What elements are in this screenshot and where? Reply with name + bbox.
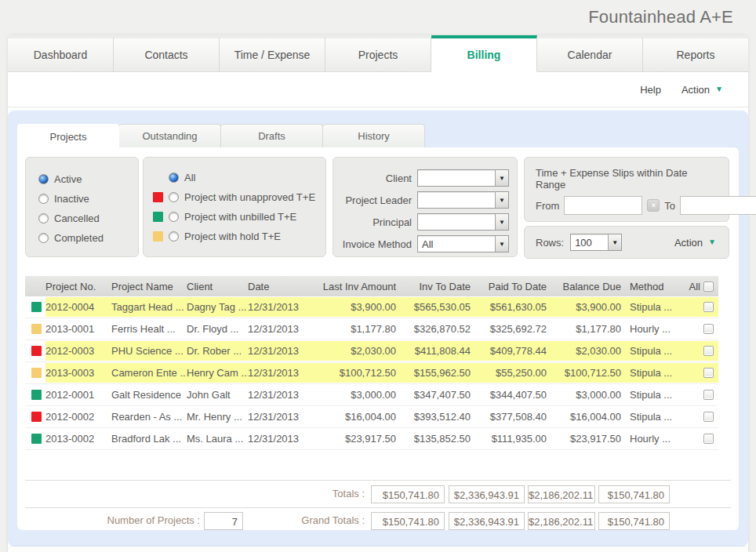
select-all-checkbox[interactable] (703, 281, 714, 292)
cell-project-name: Cameron Ente ... (111, 367, 187, 379)
col-paid-to-date[interactable]: Paid To Date (471, 281, 547, 292)
radio-all[interactable] (169, 172, 179, 183)
row-checkbox[interactable] (703, 324, 714, 334)
row-checkbox[interactable] (703, 412, 714, 422)
subtab-drafts[interactable]: Drafts (221, 124, 323, 147)
cell-client: Dr. Floyd ... (187, 323, 248, 335)
grand-totals-last-inv: $150,741.80 (371, 512, 445, 530)
cell-client: Dagny Tag ... (187, 301, 248, 313)
action-dropdown-icon: ▼ (715, 85, 723, 93)
chevron-down-icon[interactable]: ▼ (495, 192, 508, 208)
cell-date: 12/31/2013 (248, 411, 318, 423)
col-project-no[interactable]: Project No. (45, 281, 111, 292)
totals-paid-to-date: $2,186,202.11 (528, 485, 595, 503)
table-row[interactable]: 2012-0004 Taggart Head ... Dagny Tag ...… (25, 296, 718, 318)
filter-option-unbilled[interactable]: Project with unbilled T+E (153, 207, 325, 227)
row-checkbox[interactable] (703, 390, 714, 400)
tab-billing[interactable]: Billing (431, 35, 537, 72)
cell-project-no: 2013-0001 (45, 323, 111, 335)
rows-label: Rows: (536, 237, 564, 249)
help-link[interactable]: Help (640, 84, 661, 96)
tab-contacts[interactable]: Contacts (114, 35, 220, 72)
grand-totals-inv-to-date: $2,336,943.91 (449, 512, 525, 530)
tab-projects[interactable]: Projects (325, 35, 431, 72)
filter-option-active[interactable]: Active (38, 169, 138, 189)
chevron-down-icon[interactable]: ▼ (495, 236, 508, 252)
col-balance-due[interactable]: Balance Due (547, 281, 621, 292)
cell-balance-due: $3,900.00 (547, 301, 621, 313)
table-row[interactable]: 2013-0002 Bradford Lak ... Ms. Laura ...… (25, 428, 718, 450)
action-menu-button[interactable]: Action ▼ (681, 84, 723, 96)
totals-balance-due: $150,741.80 (598, 485, 670, 503)
cell-client: Mr. Henry ... (187, 411, 248, 423)
table-row[interactable]: 2013-0001 Ferris Healt ... Dr. Floyd ...… (25, 318, 718, 340)
table-row[interactable]: 2012-0003 PHU Science ... Dr. Rober ... … (25, 340, 718, 362)
invoice-method-select[interactable]: All ▼ (417, 235, 509, 252)
num-projects-label: Number of Projects : (88, 514, 200, 526)
tab-dashboard[interactable]: Dashboard (8, 35, 114, 72)
cell-paid-to-date: $111,935.00 (471, 433, 547, 445)
filter-option-cancelled[interactable]: Cancelled (38, 209, 138, 228)
filter-option-all[interactable]: All (153, 168, 325, 187)
table-row[interactable]: 2013-0003 Cameron Ente ... Henry Cam ...… (25, 362, 718, 384)
filter-option-hold[interactable]: Project with hold T+E (153, 227, 325, 246)
row-checkbox[interactable] (703, 302, 714, 312)
radio-unapproved[interactable] (169, 192, 179, 202)
cell-paid-to-date: $561,630.05 (471, 301, 547, 313)
cell-inv-to-date: $155,962.50 (396, 367, 471, 379)
filter-option-completed[interactable]: Completed (38, 228, 138, 248)
cell-client: Henry Cam ... (187, 367, 248, 379)
rows-select[interactable]: 100 ▼ (570, 234, 622, 251)
cell-project-name: Taggart Head ... (111, 301, 187, 313)
radio-cancelled[interactable] (38, 213, 49, 223)
chevron-down-icon[interactable]: ▼ (495, 214, 508, 230)
cell-client: Ms. Laura ... (187, 433, 248, 445)
filter-option-inactive[interactable]: Inactive (38, 189, 138, 209)
tab-calendar[interactable]: Calendar (537, 35, 643, 72)
table-row[interactable]: 2012-0001 Galt Residence John Galt 12/31… (25, 384, 718, 406)
clear-from-icon[interactable]: × (647, 199, 660, 212)
cell-last-inv: $100,712.50 (318, 367, 396, 379)
subtab-projects[interactable]: Projects (17, 124, 119, 148)
next-panel-edge (8, 547, 748, 552)
col-client[interactable]: Client (187, 281, 248, 292)
tab-reports[interactable]: Reports (643, 35, 748, 72)
row-checkbox[interactable] (703, 346, 714, 356)
radio-inactive[interactable] (38, 194, 49, 204)
row-checkbox[interactable] (703, 368, 714, 378)
projects-panel: Active Inactive Cancelled Completed (17, 147, 739, 530)
radio-unbilled[interactable] (169, 212, 179, 222)
unbilled-flag-icon (153, 212, 163, 222)
to-date-input[interactable] (680, 196, 756, 215)
subtab-outstanding[interactable]: Outstanding (119, 124, 221, 147)
col-last-inv-amount[interactable]: Last Inv Amount (318, 281, 396, 292)
client-select[interactable]: ▼ (417, 169, 509, 187)
table-row[interactable]: 2012-0002 Rearden - As ... Mr. Henry ...… (25, 406, 718, 428)
grand-totals-balance-due: $150,741.80 (598, 512, 670, 530)
tab-time-expense[interactable]: Time / Expense (220, 35, 325, 72)
radio-unapproved-label: Project with unapproved T+E (184, 191, 315, 203)
col-method[interactable]: Method (621, 281, 687, 292)
cell-project-no: 2012-0004 (45, 301, 111, 313)
from-date-input[interactable] (564, 196, 642, 215)
radio-completed[interactable] (38, 233, 49, 243)
chevron-down-icon[interactable]: ▼ (495, 170, 508, 186)
cell-method: Stipula ... (621, 367, 687, 379)
col-inv-to-date[interactable]: Inv To Date (396, 281, 471, 292)
filter-option-unapproved[interactable]: Project with unapproved T+E (153, 187, 325, 207)
cell-method: Stipula ... (621, 345, 687, 357)
principal-select[interactable]: ▼ (417, 213, 509, 231)
row-checkbox[interactable] (703, 434, 714, 444)
radio-unbilled-label: Project with unbilled T+E (184, 211, 296, 223)
col-project-name[interactable]: Project Name (111, 281, 187, 292)
chevron-down-icon[interactable]: ▼ (608, 234, 621, 250)
table-action-button[interactable]: Action ▼ (674, 237, 716, 249)
radio-hold[interactable] (169, 231, 179, 242)
radio-active[interactable] (38, 174, 49, 184)
subtab-history[interactable]: History (323, 124, 425, 147)
project-leader-select[interactable]: ▼ (417, 191, 509, 209)
toolbar: Help Action ▼ (8, 72, 748, 107)
cell-project-no: 2012-0002 (45, 411, 111, 423)
cell-inv-to-date: $411,808.44 (396, 345, 471, 357)
col-date[interactable]: Date (248, 281, 318, 292)
